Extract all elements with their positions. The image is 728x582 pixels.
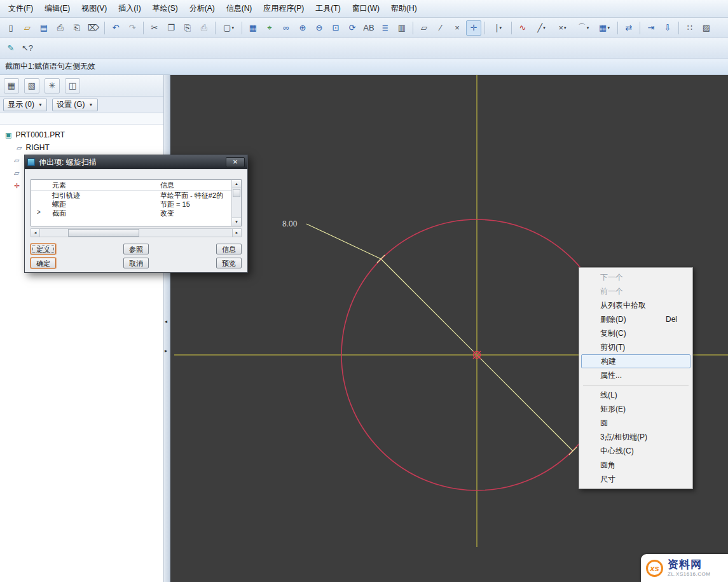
datum-point-toggle-icon[interactable]: × ▾ [450, 20, 465, 36]
context-menu-item[interactable]: 前一个 [580, 284, 691, 298]
sketcher-tools-icon[interactable]: ✎ [3, 41, 18, 56]
toolbar-separator[interactable]: ▾ [215, 22, 216, 34]
copy-icon[interactable]: ❐ ▾ [163, 20, 179, 36]
find-icon[interactable]: ∞ ▾ [278, 20, 294, 36]
zoom-out-icon[interactable]: ⊖ ▾ [312, 20, 327, 36]
fit-width-icon[interactable]: ⇥ ▾ [643, 20, 659, 36]
context-menu-item[interactable]: 属性... [580, 368, 691, 382]
overflow-icon[interactable]: ▨ ▾ [699, 20, 714, 36]
centerline-tool-icon[interactable]: ∣ ▾ [488, 20, 508, 36]
table-row-current[interactable]: > 截面 改变 [31, 209, 241, 218]
undo-icon[interactable]: ↶ ▾ [108, 20, 123, 36]
erase-icon[interactable]: ⎗ ▾ [69, 20, 85, 36]
dimension-leader-line[interactable] [306, 224, 381, 259]
scrollbar-thumb[interactable] [233, 189, 240, 197]
show-dropdown-button[interactable]: 显示 (0) ▼ [3, 99, 47, 111]
favorites-tab-icon[interactable]: ✳ [45, 78, 60, 94]
settings-dropdown-button[interactable]: 设置 (G) ▼ [52, 99, 98, 111]
display-style-icon[interactable]: ▥ ▾ [394, 20, 409, 36]
menu-item[interactable]: 编辑(E) [39, 1, 76, 17]
dimension-label[interactable]: 8.00 [282, 219, 298, 228]
paste-icon[interactable]: ⎘ ▾ [180, 20, 195, 36]
datum-plane-toggle-icon[interactable]: ▱ ▾ [416, 20, 432, 36]
scroll-down-icon[interactable]: ▼ [232, 218, 241, 226]
menu-item[interactable]: 分析(A) [184, 1, 221, 17]
tree-node-datum-right[interactable]: ▱ RIGHT [0, 141, 163, 154]
context-help-icon[interactable]: ↖? [20, 41, 35, 56]
expand-right-icon[interactable]: ▸ [165, 349, 167, 354]
model-tree-tab-icon[interactable]: ▦ [4, 78, 19, 94]
toolbar-separator[interactable]: ▾ [640, 22, 640, 34]
toolbar-separator[interactable]: ▾ [413, 22, 413, 34]
delete-icon[interactable]: ⌦ ▾ [86, 20, 101, 36]
grid-icon[interactable]: ∷ ▾ [682, 20, 697, 36]
redo-icon[interactable]: ↷ ▾ [125, 20, 140, 36]
define-button[interactable]: 定义 [31, 244, 56, 254]
delete-segment-icon[interactable]: ∿ ▾ [515, 20, 530, 36]
references-button[interactable]: 参照 [123, 244, 149, 254]
swap-icon[interactable]: ⇄ ▾ [621, 20, 636, 36]
folder-browser-tab-icon[interactable]: ▧ [24, 78, 39, 94]
context-menu-item[interactable]: 尺寸 [580, 472, 691, 486]
zoom-in-icon[interactable]: ⊕ ▾ [295, 20, 310, 36]
context-menu-item[interactable]: 3点/相切端(P) [580, 430, 691, 444]
close-icon[interactable]: ✕ [226, 157, 245, 167]
horizontal-scrollbar[interactable]: ◄ ► [31, 228, 242, 237]
ok-button[interactable]: 确定 [31, 258, 56, 268]
table-row[interactable]: 螺距 节距 = 15 [31, 200, 241, 209]
context-menu-item[interactable]: 删除(D) Del [580, 312, 691, 326]
dialog-titlebar[interactable]: 伸出项: 螺旋扫描 ✕ [25, 155, 247, 169]
scroll-up-icon[interactable]: ▲ [232, 180, 241, 188]
repaint-icon[interactable]: ⟳ ▾ [345, 20, 360, 36]
context-menu-item[interactable]: 复制(C) [580, 326, 691, 340]
toggle-dim-display-icon[interactable]: AB ▾ [361, 20, 376, 36]
csys-toggle-icon[interactable]: ✛ ▾ [466, 20, 481, 36]
toolbar-separator[interactable]: ▾ [617, 22, 618, 34]
toolbar-separator[interactable]: ▾ [678, 22, 679, 34]
dropdown-arrow-icon[interactable]: ▾ [543, 25, 546, 31]
scrollbar-thumb[interactable] [68, 229, 139, 237]
menu-item[interactable]: 工具(T) [310, 1, 346, 17]
cancel-button[interactable]: 取消 [123, 258, 149, 268]
paste-special-icon[interactable]: ⎙ ▾ [196, 20, 212, 36]
scroll-left-icon[interactable]: ◄ [31, 229, 40, 237]
arc-tool-icon[interactable]: ⌒ ▾ [573, 20, 593, 36]
sketch-setup-icon[interactable]: ▦ ▾ [245, 20, 261, 36]
point-tool-icon[interactable]: × ▾ [553, 20, 572, 36]
context-menu-item[interactable]: 圆 [580, 416, 691, 430]
toolbar-separator[interactable]: ▾ [104, 22, 105, 34]
collapse-left-icon[interactable]: ◂ [165, 319, 167, 324]
select-box-icon[interactable]: ▢ ▾ [219, 20, 238, 36]
datum-axis-toggle-icon[interactable]: ⁄ ▾ [433, 20, 448, 36]
scroll-right-icon[interactable]: ► [232, 229, 241, 237]
context-menu-item[interactable]: 矩形(E) [580, 402, 691, 416]
menu-item[interactable]: 信息(N) [221, 1, 258, 17]
menu-item[interactable]: 草绘(S) [147, 1, 184, 17]
toolbar-separator[interactable]: ▾ [242, 22, 242, 34]
save-icon[interactable]: ▤ ▾ [36, 20, 52, 36]
menu-item[interactable]: 应用程序(P) [258, 1, 310, 17]
layers-icon[interactable]: ≣ ▾ [378, 20, 393, 36]
toolbar-separator[interactable]: ▾ [484, 22, 485, 34]
zoom-region-icon[interactable]: ⊡ ▾ [328, 20, 343, 36]
cut-icon[interactable]: ✂ ▾ [147, 20, 162, 36]
context-menu-item[interactable]: 圆角 [580, 458, 691, 472]
dropdown-arrow-icon[interactable]: ▾ [231, 25, 234, 31]
menu-item[interactable]: 文件(F) [3, 1, 39, 17]
vertical-scrollbar[interactable]: ▲ ▼ [231, 180, 241, 226]
history-tab-icon[interactable]: ◫ [65, 78, 80, 94]
open-file-icon[interactable]: ▱ ▾ [20, 20, 35, 36]
toolbar-separator[interactable]: ▾ [511, 22, 512, 34]
dropdown-arrow-icon[interactable]: ▾ [564, 25, 567, 31]
table-row[interactable]: 扫引轨迹 草绘平面 - 特征#2的 [31, 191, 241, 200]
menu-item[interactable]: 帮助(H) [385, 1, 423, 17]
fit-height-icon[interactable]: ⇩ ▾ [660, 20, 675, 36]
context-menu-item[interactable]: 线(L) [580, 388, 691, 402]
context-menu-item[interactable]: 从列表中拾取 [580, 298, 691, 312]
menu-item[interactable]: 视图(V) [76, 1, 113, 17]
select-items-icon[interactable]: ⌖ ▾ [262, 20, 277, 36]
new-file-icon[interactable]: ▯ ▾ [3, 20, 18, 36]
info-button[interactable]: 信息 [216, 244, 242, 254]
print-icon[interactable]: ⎙ ▾ [53, 20, 68, 36]
dropdown-arrow-icon[interactable]: ▾ [499, 25, 502, 31]
